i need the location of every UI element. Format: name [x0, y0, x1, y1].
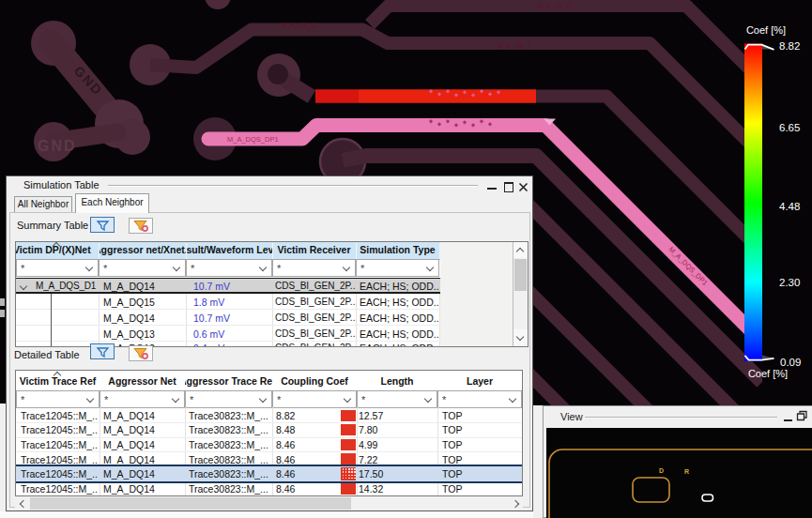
svg-text:M_A_CK_T: M_A_CK_T — [498, 42, 532, 50]
svg-text:M_A_DQS_DP1: M_A_DQS_DP1 — [227, 135, 279, 144]
svg-text:M_A_CK_C: M_A_CK_C — [537, 3, 572, 10]
svg-text:M_A_CK_C: M_A_CK_C — [282, 22, 316, 29]
svg-text:R: R — [684, 468, 689, 475]
svg-text:GND: GND — [38, 138, 77, 154]
svg-text:M_A_DQS_DP1: M_A_DQS_DP1 — [667, 245, 710, 287]
svg-text:D: D — [659, 467, 664, 474]
